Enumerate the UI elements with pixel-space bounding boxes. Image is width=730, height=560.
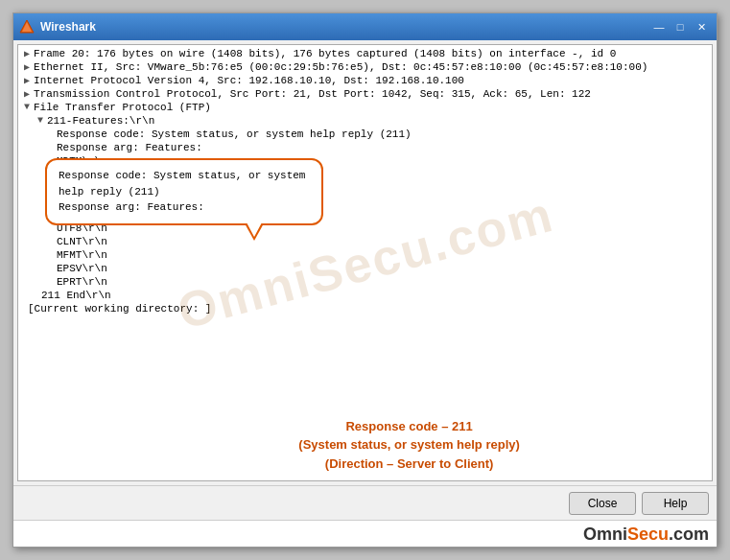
table-row[interactable]: ▼211-Features:\r\n	[18, 114, 712, 128]
row-text: Response arg: Features:	[57, 142, 706, 153]
minimize-button[interactable]: —	[649, 18, 669, 35]
footer-dotcom: .com	[669, 525, 709, 544]
table-row[interactable]: ▶Transmission Control Protocol, Src Port…	[18, 87, 712, 101]
table-row[interactable]: REST STREAM\r\n	[18, 168, 712, 181]
table-row[interactable]: ▶Frame 20: 176 bytes on wire (1408 bits)…	[18, 47, 712, 60]
table-row[interactable]: MFMT\r\n	[18, 248, 712, 262]
table-row[interactable]: EPRT\r\n	[18, 275, 712, 289]
row-text: 211-Features:\r\n	[47, 115, 706, 127]
table-row[interactable]: UTF8\r\n	[18, 222, 712, 235]
row-text: EPRT\r\n	[57, 276, 706, 288]
close-button[interactable]: ✕	[692, 18, 711, 35]
annotation-line1: Response code – 211	[298, 417, 519, 436]
expand-icon[interactable]: ▶	[24, 75, 30, 86]
window-controls: — □ ✕	[649, 18, 711, 35]
table-row[interactable]: Response code: System status, or system …	[18, 128, 712, 141]
row-text: SIZE\r\n	[57, 182, 706, 194]
content-area: OmniSecu.com ▶Frame 20: 176 bytes on wir…	[13, 40, 717, 485]
close-dialog-button[interactable]: Close	[569, 492, 636, 515]
annotation-line3: (Direction – Server to Client)	[298, 455, 519, 474]
table-row[interactable]: ▶Ethernet II, Src: VMware_5b:76:e5 (00:0…	[18, 60, 712, 74]
footer-brand: OmniSecu.com	[583, 525, 709, 544]
table-row[interactable]: EPSV\r\n	[18, 262, 712, 275]
table-row[interactable]: Response arg: Features:	[18, 141, 712, 154]
row-text: MLSD\r\n	[57, 209, 706, 221]
packet-detail-pane[interactable]: OmniSecu.com ▶Frame 20: 176 bytes on wir…	[17, 44, 713, 481]
table-row[interactable]: ▼File Transfer Protocol (FTP)	[18, 101, 712, 114]
row-text: REST STREAM\r\n	[57, 169, 706, 180]
annotation-line2: (System status, or system help reply)	[298, 435, 519, 455]
row-text: EPSV\r\n	[57, 263, 706, 274]
expand-icon[interactable]: ▶	[24, 48, 30, 59]
wireshark-icon	[19, 19, 35, 35]
window-title: Wireshark	[40, 20, 649, 34]
help-button[interactable]: Help	[642, 492, 709, 515]
table-row[interactable]: MDTM\r\n	[18, 154, 712, 168]
footer-omni: Omni	[583, 525, 627, 544]
row-text: MDTM\r\n	[57, 155, 706, 167]
table-row[interactable]: 211 End\r\n	[18, 289, 712, 302]
row-text: MLST type*;size*;modify*;\r\n	[57, 196, 706, 207]
maximize-button[interactable]: □	[671, 18, 690, 35]
footer: OmniSecu.com	[13, 520, 717, 547]
table-row[interactable]: MLST type*;size*;modify*;\r\n	[18, 195, 712, 208]
table-row[interactable]: SIZE\r\n	[18, 181, 712, 195]
row-text: Ethernet II, Src: VMware_5b:76:e5 (00:0c…	[34, 61, 706, 73]
row-text: Response code: System status, or system …	[57, 128, 706, 140]
expand-icon[interactable]: ▶	[24, 88, 30, 100]
wireshark-window: Wireshark — □ ✕ OmniSecu.com ▶Frame 20: …	[12, 12, 718, 548]
bottom-bar: Close Help	[13, 485, 717, 520]
row-text: Transmission Control Protocol, Src Port:…	[34, 88, 706, 100]
title-bar: Wireshark — □ ✕	[13, 13, 717, 40]
row-text: 211 End\r\n	[41, 290, 706, 301]
table-row[interactable]: ▶Internet Protocol Version 4, Src: 192.1…	[18, 74, 712, 87]
expand-icon[interactable]: ▶	[24, 61, 30, 73]
footer-secu: Secu	[627, 525, 669, 544]
row-text: File Transfer Protocol (FTP)	[34, 102, 706, 113]
table-row[interactable]: MLSD\r\n	[18, 208, 712, 222]
expand-icon[interactable]: ▼	[37, 115, 43, 126]
table-row[interactable]: [Current working directory: ]	[18, 302, 712, 315]
row-text: CLNT\r\n	[57, 236, 706, 247]
row-text: UTF8\r\n	[57, 222, 706, 234]
row-text: Internet Protocol Version 4, Src: 192.16…	[34, 75, 706, 86]
row-text: [Current working directory: ]	[28, 303, 706, 315]
table-row[interactable]: CLNT\r\n	[18, 235, 712, 248]
row-text: Frame 20: 176 bytes on wire (1408 bits),…	[34, 48, 706, 59]
row-text: MFMT\r\n	[57, 249, 706, 261]
expand-icon[interactable]: ▼	[24, 102, 30, 112]
annotation-block: Response code – 211 (System status, or s…	[298, 417, 519, 474]
